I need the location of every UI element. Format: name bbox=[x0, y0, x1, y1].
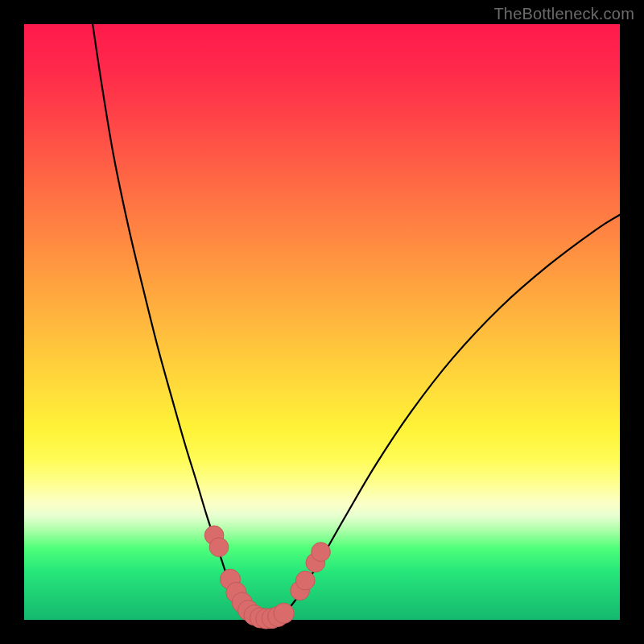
chart-svg bbox=[24, 24, 620, 620]
plot-area bbox=[24, 24, 620, 620]
data-marker bbox=[209, 538, 229, 557]
chart-frame: TheBottleneck.com bbox=[0, 0, 644, 644]
data-marker bbox=[295, 571, 315, 590]
data-marker bbox=[312, 543, 331, 562]
curve-left-branch bbox=[93, 24, 254, 619]
curve-right-branch bbox=[278, 215, 621, 619]
marker-group bbox=[204, 526, 330, 629]
watermark-text: TheBottleneck.com bbox=[493, 5, 634, 23]
data-marker bbox=[274, 603, 294, 623]
